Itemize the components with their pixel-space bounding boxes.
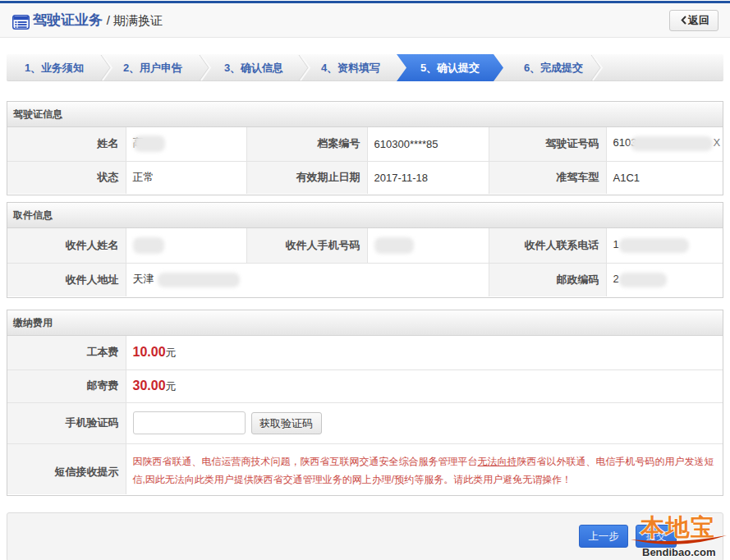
svg-text:本地宝: 本地宝: [640, 514, 716, 540]
svg-text:Bendibao.com: Bendibao.com: [642, 546, 716, 558]
